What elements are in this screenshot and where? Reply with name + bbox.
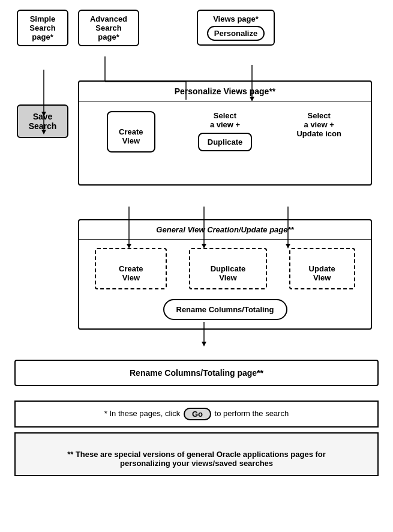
simple-search-label: Simple Search page*	[29, 14, 55, 41]
rename-columns-label: Rename Columns/Totaling page**	[130, 368, 263, 378]
general-view-title: General View Creation/Update page**	[79, 220, 371, 240]
footer-note-2: ** These are special versions of general…	[14, 432, 379, 476]
rename-columns-button[interactable]: Rename Columns/Totaling	[163, 299, 287, 320]
advanced-search-page-box: Advanced Search page*	[78, 10, 139, 46]
simple-search-page-box: Simple Search page*	[17, 10, 68, 46]
personalize-views-box: Personalize Views page** Create View Sel…	[78, 80, 372, 186]
personalize-button[interactable]: Personalize	[207, 26, 265, 41]
create-view-button[interactable]: Create View	[107, 111, 155, 153]
footer-note-1-suffix: to perform the search	[215, 409, 289, 418]
duplicate-button[interactable]: Duplicate	[198, 133, 253, 151]
general-view-box: General View Creation/Update page** Crea…	[78, 219, 372, 330]
personalize-views-title: Personalize Views page**	[79, 82, 371, 101]
select-view-update-icon-label: Select a view + Update icon	[296, 111, 341, 138]
svg-marker-16	[202, 342, 206, 346]
advanced-search-label: Advanced Search page*	[90, 14, 127, 41]
views-page-label: Views page*	[203, 14, 269, 23]
save-search-area: Save Search	[17, 104, 70, 138]
duplicate-view-dashed-button[interactable]: Duplicate View	[189, 248, 267, 289]
views-page-box: Views page* Personalize	[197, 10, 275, 46]
save-search-label: Save Search	[29, 112, 57, 131]
create-view-dashed-button[interactable]: Create View	[95, 248, 167, 289]
rename-columns-box: Rename Columns/Totaling page**	[14, 360, 379, 386]
save-search-box: Save Search	[17, 104, 68, 138]
footer-note-1: * In these pages, click Go to perform th…	[14, 401, 379, 428]
go-button[interactable]: Go	[184, 408, 211, 420]
footer-section: * In these pages, click Go to perform th…	[12, 401, 381, 476]
footer-note-1-prefix: * In these pages, click	[104, 409, 182, 418]
select-view-duplicate-label: Select a view +	[210, 111, 240, 129]
update-view-dashed-button[interactable]: Update View	[289, 248, 355, 289]
